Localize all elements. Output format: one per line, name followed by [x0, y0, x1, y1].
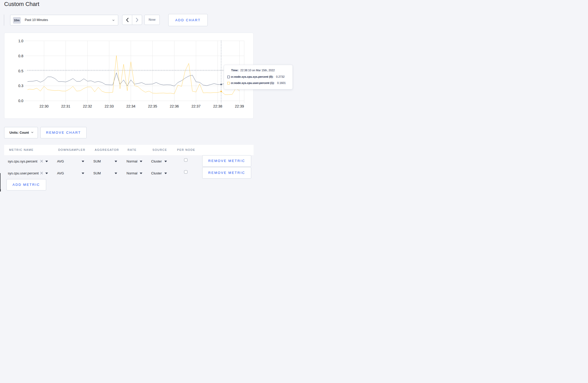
svg-text:0.5: 0.5	[18, 69, 24, 73]
svg-text:22:30: 22:30	[39, 104, 48, 108]
svg-text:22:34: 22:34	[126, 104, 135, 108]
svg-text:1.0: 1.0	[18, 39, 24, 43]
svg-text:22:32: 22:32	[83, 104, 92, 108]
svg-text:0.0: 0.0	[18, 99, 24, 103]
svg-text:22:38: 22:38	[213, 104, 222, 108]
svg-text:22:35: 22:35	[148, 104, 157, 108]
svg-text:22:31: 22:31	[61, 104, 70, 108]
svg-text:22:39: 22:39	[235, 104, 244, 108]
svg-text:22:33: 22:33	[104, 104, 114, 108]
svg-text:22:37: 22:37	[191, 104, 200, 108]
svg-text:0.8: 0.8	[18, 54, 24, 58]
svg-text:0.3: 0.3	[18, 84, 24, 88]
svg-text:22:36: 22:36	[170, 104, 179, 108]
